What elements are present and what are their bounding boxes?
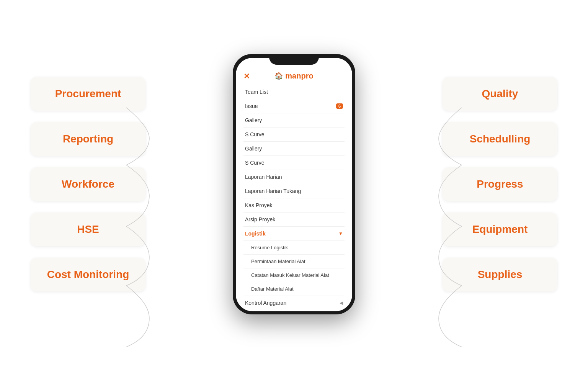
- menu-item[interactable]: Daftar Material Alat: [243, 282, 345, 296]
- phone-notch: [269, 54, 319, 65]
- menu-item[interactable]: Laporan Harian: [243, 170, 345, 184]
- feature-card-hse[interactable]: HSE: [31, 213, 145, 246]
- menu-item-label: Resume Logistik: [251, 245, 288, 250]
- menu-item-label: S Curve: [245, 160, 265, 166]
- menu-item[interactable]: Kontrol Anggaran◀: [243, 296, 345, 310]
- menu-item[interactable]: Logistik▼: [243, 227, 345, 241]
- menu-item-label: Gallery: [245, 117, 262, 123]
- close-button[interactable]: ✕: [243, 72, 250, 81]
- menu-item-label: Gallery: [245, 146, 262, 152]
- feature-label-progress: Progress: [477, 178, 523, 190]
- menu-item[interactable]: S Curve: [243, 128, 345, 142]
- feature-label-supplies: Supplies: [478, 268, 523, 280]
- menu-item[interactable]: Resume Logistik: [243, 241, 345, 255]
- feature-card-cost-monitoring[interactable]: Cost Monitoring: [31, 258, 145, 291]
- menu-item[interactable]: Gallery: [243, 113, 345, 128]
- phone: ✕ 🏠 manpro Team ListIssue6GalleryS Curve…: [233, 54, 355, 314]
- home-icon: 🏠: [274, 72, 283, 80]
- menu-item[interactable]: Catatan Masuk Keluar Material Alat: [243, 268, 345, 282]
- menu-item[interactable]: Arsip Proyek: [243, 213, 345, 227]
- feature-card-reporting[interactable]: Reporting: [31, 122, 145, 156]
- feature-label-cost-monitoring: Cost Monitoring: [47, 268, 129, 280]
- menu-item-label: Issue: [245, 103, 258, 109]
- menu-item-label: Team List: [245, 89, 268, 95]
- feature-card-quality[interactable]: Quality: [443, 77, 557, 111]
- menu-item[interactable]: Gallery: [243, 142, 345, 156]
- feature-label-schedulling: Schedulling: [470, 133, 531, 145]
- feature-card-procurement[interactable]: Procurement: [31, 77, 145, 111]
- menu-item-label: Permintaan Material Alat: [251, 258, 305, 264]
- chevron-down-icon: ▼: [338, 231, 343, 236]
- menu-item[interactable]: Team List: [243, 85, 345, 99]
- menu-item-label: Arsip Proyek: [245, 216, 275, 222]
- feature-label-reporting: Reporting: [63, 133, 113, 145]
- menu-item-label: Kas Proyek: [245, 202, 273, 208]
- feature-label-hse: HSE: [77, 223, 99, 235]
- menu-list: Team ListIssue6GalleryS CurveGalleryS Cu…: [236, 85, 352, 311]
- left-column: Procurement Reporting Workforce HSE Cost…: [23, 77, 153, 291]
- menu-item[interactable]: Kas Proyek: [243, 198, 345, 213]
- feature-card-supplies[interactable]: Supplies: [443, 258, 557, 291]
- feature-label-equipment: Equipment: [472, 223, 528, 235]
- menu-item-label: S Curve: [245, 131, 265, 137]
- app-logo: 🏠 manpro: [274, 72, 313, 80]
- menu-badge: 6: [336, 103, 343, 109]
- phone-wrapper: ✕ 🏠 manpro Team ListIssue6GalleryS Curve…: [233, 54, 355, 314]
- menu-item-label: Daftar Material Alat: [251, 286, 294, 292]
- feature-card-schedulling[interactable]: Schedulling: [443, 122, 557, 156]
- menu-item-label: Laporan Harian: [245, 174, 282, 180]
- feature-label-workforce: Workforce: [62, 178, 114, 190]
- feature-card-workforce[interactable]: Workforce: [31, 167, 145, 201]
- right-column: Quality Schedulling Progress Equipment S…: [435, 77, 565, 291]
- menu-item[interactable]: S Curve: [243, 156, 345, 170]
- logo-text: manpro: [285, 72, 313, 80]
- feature-label-quality: Quality: [482, 88, 518, 100]
- menu-item-label: Logistik: [245, 231, 266, 237]
- menu-item[interactable]: Issue6: [243, 99, 345, 113]
- menu-item[interactable]: Kontrol Pekerjaan◀: [243, 310, 345, 311]
- feature-label-procurement: Procurement: [55, 88, 121, 100]
- menu-item-label: Catatan Masuk Keluar Material Alat: [251, 272, 329, 278]
- menu-item[interactable]: Laporan Harian Tukang: [243, 184, 345, 198]
- scene: Procurement Reporting Workforce HSE Cost…: [0, 0, 588, 368]
- phone-screen: ✕ 🏠 manpro Team ListIssue6GalleryS Curve…: [236, 58, 352, 311]
- feature-card-equipment[interactable]: Equipment: [443, 213, 557, 246]
- menu-item-label: Laporan Harian Tukang: [245, 188, 301, 194]
- feature-card-progress[interactable]: Progress: [443, 167, 557, 201]
- menu-item[interactable]: Permintaan Material Alat: [243, 255, 345, 268]
- menu-item-label: Kontrol Anggaran: [245, 300, 286, 306]
- chevron-left-icon: ◀: [340, 300, 343, 306]
